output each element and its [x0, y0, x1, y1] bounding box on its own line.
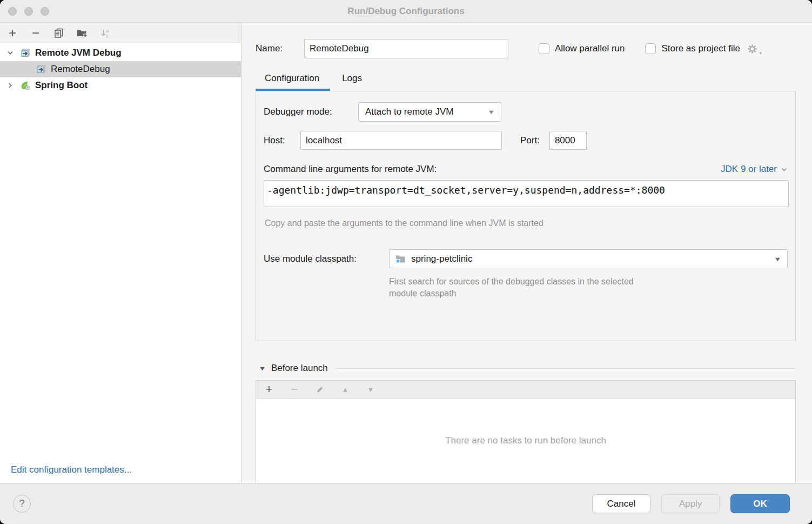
cancel-button[interactable]: Cancel: [592, 494, 650, 513]
module-classpath-hint: First search for sources of the debugged…: [389, 276, 788, 300]
before-launch-title: Before launch: [271, 363, 328, 374]
store-as-project-file-checkbox[interactable]: [645, 43, 656, 54]
section-divider: [335, 368, 796, 369]
store-options-gear-icon[interactable]: ▾: [747, 43, 758, 55]
allow-parallel-run-label: Allow parallel run: [555, 43, 625, 54]
edit-configuration-templates-link[interactable]: Edit configuration templates...: [11, 465, 241, 475]
empty-tasks-message: There are no tasks to run before launch: [445, 435, 606, 446]
module-folder-icon: [395, 254, 406, 264]
minimize-window-button[interactable]: [24, 7, 33, 16]
new-folder-icon[interactable]: [76, 27, 88, 39]
module-classpath-label: Use module classpath:: [264, 254, 389, 264]
close-window-button[interactable]: [8, 7, 17, 16]
title-bar: Run/Debug Configurations: [0, 0, 812, 23]
svg-text:z: z: [106, 32, 109, 38]
host-label: Host:: [264, 135, 300, 146]
debugger-mode-select[interactable]: Attach to remote JVM ▼: [358, 102, 501, 122]
chevron-down-icon: [781, 166, 788, 173]
edit-task-pencil-icon[interactable]: [314, 383, 326, 395]
window-controls: [8, 0, 49, 22]
sort-configurations-icon[interactable]: a z: [99, 27, 111, 39]
tab-configuration[interactable]: Configuration: [265, 73, 319, 91]
before-launch-header[interactable]: ▼ Before launch: [256, 363, 796, 374]
collapse-triangle-icon[interactable]: ▼: [259, 365, 266, 372]
tree-item-remote-jvm-debug[interactable]: Remote JVM Debug: [0, 45, 241, 61]
dialog-footer: ? Cancel Apply OK: [0, 483, 812, 524]
port-label: Port:: [520, 135, 540, 146]
add-configuration-icon[interactable]: +: [6, 27, 18, 39]
spring-boot-icon: [20, 80, 31, 91]
dropdown-arrow-icon: ▼: [774, 256, 781, 262]
chevron-right-icon[interactable]: [5, 82, 15, 89]
module-classpath-value: spring-petclinic: [411, 254, 472, 264]
name-row: Name: Allow parallel run Store as projec…: [256, 39, 796, 58]
tree-item-remotedebug[interactable]: RemoteDebug: [0, 61, 241, 77]
gear-caret-icon: ▾: [759, 50, 762, 56]
jdk-version-value: JDK 9 or later: [721, 164, 777, 175]
port-input[interactable]: [549, 131, 587, 150]
before-launch-toolbar: + − ▲ ▼: [256, 381, 795, 399]
module-classpath-select[interactable]: spring-petclinic ▼: [389, 249, 788, 268]
tab-bar: Configuration Logs: [256, 73, 796, 91]
configuration-panel: Debugger mode: Attach to remote JVM ▼ Ho…: [256, 91, 796, 341]
copy-configuration-icon[interactable]: [53, 27, 65, 39]
cmdline-label-row: Command line arguments for remote JVM: J…: [264, 164, 788, 175]
apply-button[interactable]: Apply: [661, 494, 720, 513]
cmdline-arguments-input[interactable]: -agentlib:jdwp=transport=dt_socket,serve…: [264, 180, 789, 207]
before-launch-task-list: There are no tasks to run before launch: [256, 399, 795, 483]
sidebar-toolbar: + −: [0, 23, 241, 43]
dropdown-arrow-icon: ▼: [487, 109, 495, 115]
tree-item-spring-boot[interactable]: Spring Boot: [0, 77, 241, 94]
tree-item-label: RemoteDebug: [51, 64, 110, 75]
debugger-mode-row: Debugger mode: Attach to remote JVM ▼: [264, 102, 788, 122]
add-task-icon[interactable]: +: [263, 383, 275, 395]
host-port-row: Host: Port:: [264, 131, 788, 150]
help-button[interactable]: ?: [13, 495, 31, 513]
allow-parallel-run-option[interactable]: Allow parallel run: [539, 43, 625, 54]
name-input[interactable]: [304, 39, 508, 58]
remote-debug-icon: [36, 64, 46, 75]
module-classpath-row: Use module classpath: spring-petclinic ▼: [264, 249, 788, 268]
store-as-project-file-option[interactable]: Store as project file: [645, 43, 740, 54]
ok-button[interactable]: OK: [730, 494, 790, 513]
move-down-icon[interactable]: ▼: [365, 383, 377, 395]
host-input[interactable]: [300, 131, 502, 150]
run-debug-configurations-dialog: Run/Debug Configurations + −: [0, 0, 812, 524]
name-label: Name:: [256, 43, 304, 54]
configuration-editor: Name: Allow parallel run Store as projec…: [241, 23, 812, 483]
remove-task-icon[interactable]: −: [288, 383, 300, 395]
tree-item-label: Remote JVM Debug: [35, 48, 122, 58]
remote-debug-icon: [20, 48, 31, 58]
chevron-down-icon[interactable]: [5, 49, 15, 57]
configurations-tree: Remote JVM Debug RemoteDebug: [0, 43, 241, 94]
jdk-version-select[interactable]: JDK 9 or later: [721, 164, 788, 175]
move-up-icon[interactable]: ▲: [339, 383, 351, 395]
tree-item-label: Spring Boot: [35, 80, 88, 91]
window-title: Run/Debug Configurations: [347, 6, 464, 17]
debugger-mode-value: Attach to remote JVM: [365, 107, 453, 117]
before-launch-box: + − ▲ ▼ There are no tasks to run before…: [256, 380, 796, 483]
cmdline-hint: Copy and paste the arguments to the comm…: [264, 218, 788, 228]
cmdline-label: Command line arguments for remote JVM:: [264, 164, 437, 175]
store-as-project-file-label: Store as project file: [661, 43, 740, 54]
debugger-mode-label: Debugger mode:: [264, 107, 358, 117]
zoom-window-button[interactable]: [41, 7, 49, 16]
allow-parallel-run-checkbox[interactable]: [539, 43, 549, 54]
tab-logs[interactable]: Logs: [342, 73, 362, 91]
remove-configuration-icon[interactable]: −: [30, 27, 42, 39]
configurations-sidebar: + −: [0, 23, 241, 483]
